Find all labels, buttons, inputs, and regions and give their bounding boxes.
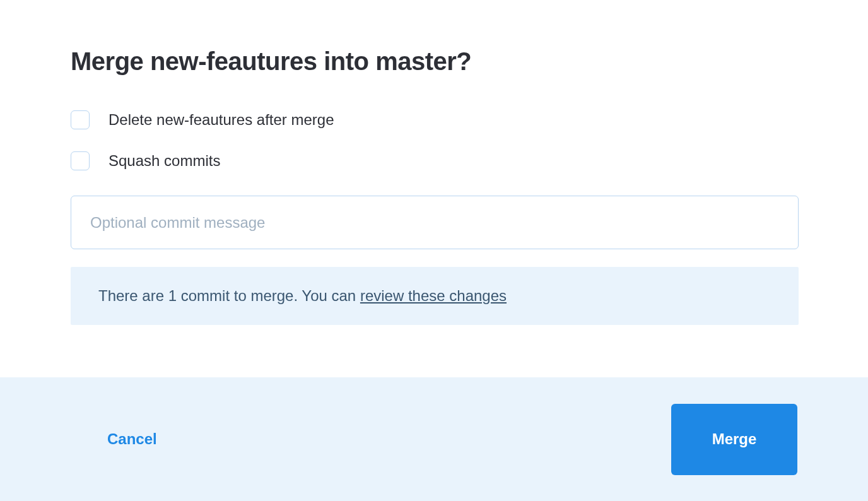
squash-commits-label: Squash commits	[108, 152, 220, 170]
delete-branch-checkbox[interactable]	[71, 110, 90, 129]
delete-branch-label: Delete new-feautures after merge	[108, 111, 334, 129]
info-text: There are 1 commit to merge. You can rev…	[98, 287, 507, 304]
dialog-footer: Cancel Merge	[0, 377, 868, 501]
merge-button[interactable]: Merge	[671, 404, 797, 475]
info-banner: There are 1 commit to merge. You can rev…	[71, 267, 799, 325]
cancel-button[interactable]: Cancel	[107, 430, 157, 448]
commit-message-input[interactable]	[71, 196, 799, 249]
review-changes-link[interactable]: review these changes	[360, 287, 507, 304]
delete-branch-row: Delete new-feautures after merge	[71, 110, 797, 129]
merge-dialog-content: Merge new-feautures into master? Delete …	[0, 0, 868, 350]
info-text-before: There are 1 commit to merge. You can	[98, 287, 360, 304]
squash-commits-checkbox[interactable]	[71, 151, 90, 170]
squash-commits-row: Squash commits	[71, 151, 797, 170]
dialog-title: Merge new-feautures into master?	[71, 47, 797, 76]
